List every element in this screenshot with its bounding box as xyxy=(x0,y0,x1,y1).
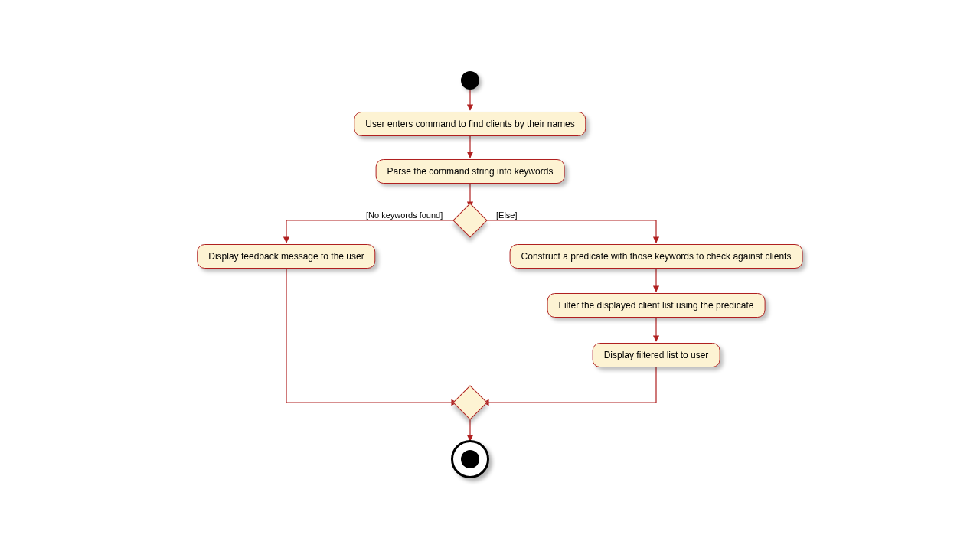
activity-display-list: Display filtered list to user xyxy=(593,343,720,367)
guard-else: [Else] xyxy=(496,210,518,220)
merge-node xyxy=(452,385,487,419)
final-node xyxy=(451,440,489,478)
activity-label: Filter the displayed client list using t… xyxy=(559,300,754,311)
initial-node xyxy=(461,71,479,90)
activity-parse-command: Parse the command string into keywords xyxy=(376,159,565,184)
activity-filter-list: Filter the displayed client list using t… xyxy=(547,293,766,318)
decision-node xyxy=(452,203,487,237)
activity-enter-command: User enters command to find clients by t… xyxy=(354,112,586,136)
final-node-inner xyxy=(461,450,479,468)
guard-no-keywords: [No keywords found] xyxy=(366,210,443,220)
activity-display-feedback: Display feedback message to the user xyxy=(197,244,375,269)
activity-label: Display filtered list to user xyxy=(604,350,709,360)
activity-label: User enters command to find clients by t… xyxy=(365,119,574,129)
activity-construct-predicate: Construct a predicate with those keyword… xyxy=(510,244,803,269)
activity-label: Display feedback message to the user xyxy=(208,251,364,262)
activity-label: Parse the command string into keywords xyxy=(387,166,554,177)
activity-label: Construct a predicate with those keyword… xyxy=(521,251,792,262)
